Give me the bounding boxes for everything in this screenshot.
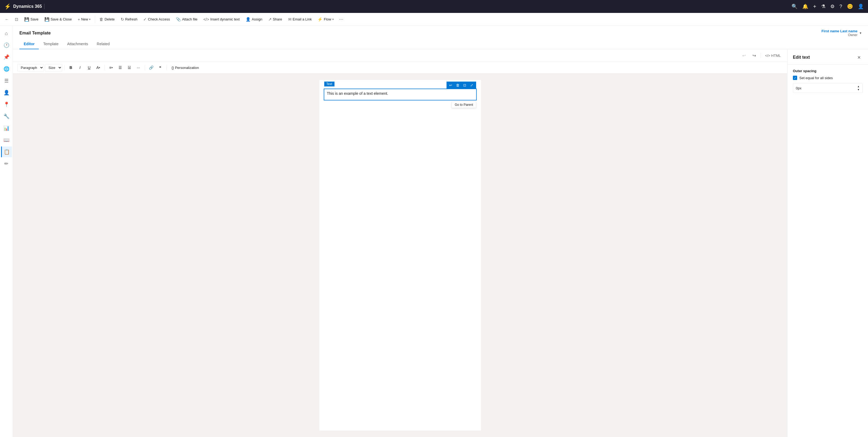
new-chevron-icon[interactable]: ▾ [89, 18, 91, 21]
sidebar-item-list[interactable]: ☰ [1, 75, 12, 86]
add-icon[interactable]: + [813, 3, 816, 10]
flow-chevron-icon[interactable]: ▾ [332, 18, 334, 21]
tab-template[interactable]: Template [39, 39, 63, 49]
text-ctrl-move-button[interactable]: ⤢ [469, 82, 475, 88]
user-icon[interactable]: 👤 [858, 3, 864, 9]
sidebar-item-pinned[interactable]: 📌 [1, 52, 12, 62]
editor-area: ↩ ↪ </> HTML Paragraph Size [13, 49, 868, 437]
text-ctrl-delete-button[interactable]: 🗑 [455, 82, 461, 88]
spacing-spinner[interactable]: ▲ ▼ [857, 85, 860, 91]
sidebar-item-contact[interactable]: 👤 [1, 87, 12, 98]
tab-related[interactable]: Related [92, 39, 114, 49]
quote-button[interactable]: ❝ [156, 64, 164, 72]
tab-bar: Editor Template Attachments Related [13, 39, 868, 49]
text-ctrl-copy-button[interactable]: ⊡ [462, 82, 468, 88]
size-select[interactable]: Size [45, 64, 62, 71]
equal-sides-checkbox[interactable]: ✓ [793, 76, 797, 80]
delete-icon: 🗑 [99, 17, 103, 22]
save-close-button[interactable]: 💾 Save & Close [42, 15, 74, 24]
help-icon[interactable]: ? [839, 4, 842, 9]
align-button[interactable]: ≡ ▾ [107, 64, 115, 72]
italic-button[interactable]: I [76, 64, 84, 72]
pop-out-button[interactable]: ⊡ [12, 15, 21, 24]
sidebar-item-template[interactable]: 📋 [1, 147, 12, 157]
sidebar-item-recent[interactable]: 🕐 [1, 40, 12, 51]
unordered-list-button[interactable]: ☱ [125, 64, 133, 72]
link-button[interactable]: 🔗 [147, 64, 155, 72]
new-button[interactable]: + New ▾ [75, 15, 93, 23]
personalization-button[interactable]: {} Personalization [169, 65, 202, 71]
sidebar-item-globe[interactable]: 🌐 [1, 64, 12, 74]
new-icon: + [78, 17, 80, 22]
ordered-list-button[interactable]: ☰ [116, 64, 124, 72]
personalization-icon: {} [172, 66, 174, 70]
sidebar-item-report[interactable]: 📊 [1, 123, 12, 133]
brand-divider [44, 4, 44, 9]
sidebar-item-home[interactable]: ⌂ [1, 28, 12, 39]
form-header: Email Template First name Last name Owne… [13, 26, 868, 37]
spinner-down-icon[interactable]: ▼ [857, 88, 860, 91]
font-color-button[interactable]: A ▾ [94, 64, 102, 72]
app-brand: ⚡ Dynamics 365 [4, 3, 44, 10]
redo-button[interactable]: ↪ [750, 52, 758, 60]
notification-icon[interactable]: 🔔 [802, 3, 808, 9]
email-link-button[interactable]: ✉ Email a Link [285, 15, 315, 24]
text-block-label: Text [324, 82, 335, 87]
spinner-up-icon[interactable]: ▲ [857, 85, 860, 88]
brand-logo: ⚡ [4, 3, 11, 10]
sidebar-item-location[interactable]: 📍 [1, 99, 12, 110]
right-panel-header: Edit text ✕ [787, 49, 868, 65]
brand-name: Dynamics 365 [13, 4, 42, 9]
html-button[interactable]: </> HTML [763, 53, 783, 59]
editor-canvas: Text ↩ 🗑 ⊡ ⤢ This is an example of a tex… [13, 73, 787, 437]
attach-file-button[interactable]: 📎 Attach file [173, 15, 200, 24]
save-close-icon: 💾 [44, 17, 50, 22]
tab-editor[interactable]: Editor [20, 39, 39, 49]
sidebar-item-wrench[interactable]: 🔧 [1, 111, 12, 122]
settings-icon[interactable]: ⚙ [830, 3, 835, 9]
filter-icon[interactable]: ⚗ [821, 3, 826, 9]
text-ctrl-back-button[interactable]: ↩ [447, 82, 454, 88]
font-color-chevron-icon: ▾ [99, 66, 100, 69]
refresh-button[interactable]: ↻ Refresh [118, 15, 140, 24]
text-block[interactable]: Text ↩ 🗑 ⊡ ⤢ This is an example of a tex… [324, 89, 477, 100]
font-color-icon: A [96, 65, 99, 70]
more-button[interactable]: ⋯ [337, 15, 345, 24]
search-icon[interactable]: 🔍 [792, 3, 798, 9]
underline-button[interactable]: U [85, 64, 93, 72]
save-button[interactable]: 💾 Save [22, 15, 41, 24]
text-block-controls: ↩ 🗑 ⊡ ⤢ [446, 82, 476, 89]
share-button[interactable]: ↗ Share [266, 15, 285, 24]
text-block-content[interactable]: This is an example of a text element. [324, 89, 476, 100]
tab-attachments[interactable]: Attachments [63, 39, 92, 49]
sidebar-nav: ⌂ 🕐 📌 🌐 ☰ 👤 📍 🔧 📊 📖 📋 ✏ [0, 26, 13, 437]
sidebar-item-sign[interactable]: ✏ [1, 158, 12, 169]
bold-button[interactable]: B [67, 64, 75, 72]
back-button[interactable]: ← [2, 15, 11, 23]
delete-label: Delete [104, 17, 115, 21]
undo-button[interactable]: ↩ [740, 52, 748, 60]
editor-main: ↩ ↪ </> HTML Paragraph Size [13, 49, 787, 437]
close-panel-button[interactable]: ✕ [855, 54, 863, 61]
save-label: Save [30, 17, 38, 21]
refresh-icon: ↻ [121, 17, 124, 22]
assign-label: Assign [252, 17, 262, 21]
face-icon[interactable]: 😊 [847, 3, 853, 9]
check-access-button[interactable]: ✓ Check Access [141, 15, 173, 24]
right-panel-body: Outer spacing ✓ Set equal for all sides … [787, 65, 868, 437]
goto-parent-tooltip[interactable]: Go to Parent [452, 101, 476, 108]
flow-label: Flow [324, 17, 331, 21]
flow-button[interactable]: ⚡ Flow ▾ [315, 15, 336, 24]
assign-button[interactable]: 👤 Assign [243, 15, 265, 24]
owner-chevron-icon[interactable]: ▾ [860, 31, 862, 35]
insert-dynamic-text-button[interactable]: </> Insert dynamic text [200, 15, 242, 23]
outer-spacing-title: Outer spacing [793, 69, 863, 73]
owner-name[interactable]: First name Last name [822, 29, 858, 33]
more-format-button[interactable]: ··· [134, 64, 143, 72]
back-icon: ← [5, 17, 9, 22]
delete-button[interactable]: 🗑 Delete [97, 15, 117, 23]
paragraph-select[interactable]: Paragraph [17, 64, 44, 71]
sidebar-item-book[interactable]: 📖 [1, 135, 12, 146]
format-divider-4 [166, 65, 167, 70]
personalization-label: Personalization [175, 66, 199, 70]
